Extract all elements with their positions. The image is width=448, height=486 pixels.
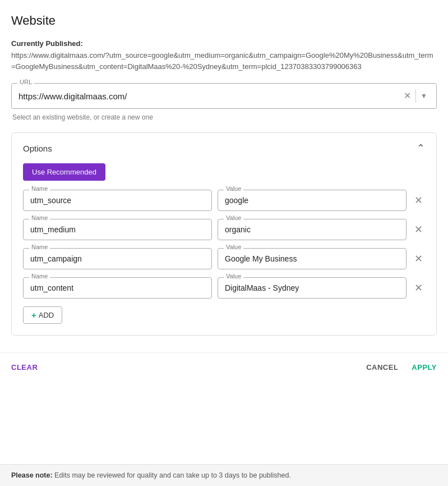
options-collapse-button[interactable]: ⌃ bbox=[417, 142, 425, 154]
param-name-input[interactable] bbox=[24, 249, 211, 269]
note-bold: Please note: bbox=[11, 471, 53, 479]
add-param-button[interactable]: + ADD bbox=[23, 306, 62, 324]
param-value-legend: Value bbox=[224, 185, 243, 192]
page-title: Website bbox=[11, 13, 437, 28]
param-name-input[interactable] bbox=[24, 278, 211, 298]
param-value-wrapper: Value bbox=[218, 277, 407, 299]
param-row: Name Value ✕ bbox=[23, 248, 425, 269]
url-field-container: URL ✕ ▼ + bbox=[11, 83, 437, 109]
add-plus-icon: + bbox=[31, 310, 36, 320]
param-remove-button[interactable]: ✕ bbox=[412, 192, 425, 209]
right-actions: CANCEL APPLY bbox=[366, 363, 437, 372]
param-row: Name Value ✕ bbox=[23, 277, 425, 299]
param-value-input[interactable] bbox=[218, 190, 406, 210]
apply-button[interactable]: APPLY bbox=[412, 363, 437, 372]
url-divider bbox=[415, 89, 416, 103]
published-label: Currently Published: bbox=[11, 39, 437, 48]
param-name-legend: Name bbox=[29, 185, 50, 192]
param-name-wrapper: Name bbox=[23, 248, 212, 269]
clear-button[interactable]: CLEAR bbox=[11, 363, 38, 372]
param-value-legend: Value bbox=[224, 273, 243, 279]
param-value-input[interactable] bbox=[218, 219, 406, 240]
options-panel: Options ⌃ Use Recommended Name Value ✕ N… bbox=[11, 132, 437, 336]
param-remove-button[interactable]: ✕ bbox=[412, 250, 425, 267]
param-name-legend: Name bbox=[29, 214, 50, 221]
param-name-legend: Name bbox=[29, 244, 50, 250]
param-name-wrapper: Name bbox=[23, 277, 212, 299]
param-name-legend: Name bbox=[29, 273, 50, 279]
param-name-wrapper: Name bbox=[23, 219, 212, 240]
param-value-input[interactable] bbox=[218, 278, 406, 298]
param-remove-button[interactable]: ✕ bbox=[412, 279, 425, 296]
param-value-input[interactable] bbox=[218, 249, 406, 269]
add-label: ADD bbox=[39, 311, 54, 319]
params-container: Name Value ✕ Name Value ✕ Name bbox=[23, 190, 425, 299]
param-row: Name Value ✕ bbox=[23, 190, 425, 211]
cancel-button[interactable]: CANCEL bbox=[366, 363, 398, 372]
param-remove-button[interactable]: ✕ bbox=[412, 221, 425, 238]
options-header: Options ⌃ bbox=[23, 142, 425, 154]
param-value-wrapper: Value bbox=[218, 248, 407, 269]
note-bar: Please note: Edits may be reviewed for q… bbox=[0, 464, 448, 486]
param-row: Name Value ✕ bbox=[23, 219, 425, 240]
options-title: Options bbox=[23, 144, 52, 153]
param-value-legend: Value bbox=[224, 214, 243, 221]
param-name-wrapper: Name bbox=[23, 190, 212, 211]
url-hint: Select an existing website, or create a … bbox=[11, 113, 437, 121]
use-recommended-button[interactable]: Use Recommended bbox=[23, 163, 105, 181]
url-clear-button[interactable]: ✕ bbox=[401, 90, 413, 102]
param-name-input[interactable] bbox=[24, 219, 211, 240]
param-name-input[interactable] bbox=[24, 190, 211, 210]
param-value-wrapper: Value bbox=[218, 219, 407, 240]
footer-actions: CLEAR CANCEL APPLY bbox=[0, 352, 448, 382]
url-dropdown-button[interactable]: ▼ bbox=[418, 91, 429, 101]
param-value-legend: Value bbox=[224, 244, 243, 250]
published-url: https://www.digitalmaas.com/?utm_source=… bbox=[11, 50, 437, 72]
url-legend: URL bbox=[17, 79, 34, 85]
url-input[interactable] bbox=[19, 91, 401, 101]
param-value-wrapper: Value bbox=[218, 190, 407, 211]
note-text: Edits may be reviewed for quality and ca… bbox=[53, 471, 291, 479]
